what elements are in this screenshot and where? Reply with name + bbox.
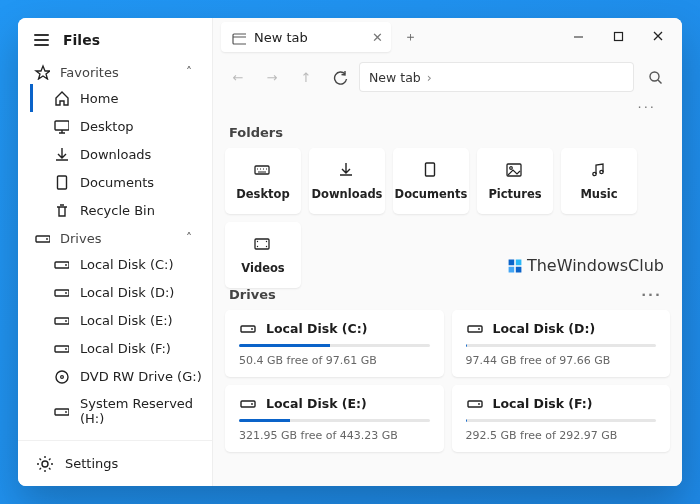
image-icon bbox=[505, 161, 525, 181]
folder-card[interactable]: Music bbox=[561, 148, 637, 214]
folder-card[interactable]: Downloads bbox=[309, 148, 385, 214]
tab-label: New tab bbox=[254, 30, 308, 45]
chevron-up-icon: ˄ bbox=[186, 231, 192, 245]
sidebar-section-favorites[interactable]: Favorites ˄ bbox=[18, 58, 212, 84]
usage-bar bbox=[239, 344, 430, 347]
sidebar-item[interactable]: System Reserved (H:) bbox=[30, 390, 212, 432]
drive-icon bbox=[239, 320, 256, 337]
drive-icon bbox=[53, 284, 69, 300]
sidebar-item[interactable]: Local Disk (F:) bbox=[30, 334, 212, 362]
app-window: Files Favorites ˄ Home Desktop Downloads… bbox=[18, 18, 682, 486]
sidebar-item[interactable]: Downloads bbox=[30, 140, 212, 168]
drives-label: Drives bbox=[60, 231, 101, 246]
video-icon bbox=[253, 235, 273, 255]
drive-icon bbox=[466, 320, 483, 337]
sidebar-item-label: Local Disk (F:) bbox=[80, 341, 171, 356]
favorites-label: Favorites bbox=[60, 65, 119, 80]
drive-icon bbox=[34, 230, 50, 246]
search-button[interactable] bbox=[638, 62, 672, 92]
sidebar-item[interactable]: Local Disk (D:) bbox=[30, 278, 212, 306]
sidebar-item-label: Documents bbox=[80, 175, 154, 190]
sidebar-item-label: Local Disk (D:) bbox=[80, 285, 174, 300]
sidebar-item[interactable]: Local Disk (C:) bbox=[30, 250, 212, 278]
drive-name: Local Disk (F:) bbox=[493, 396, 593, 411]
drive-stat: 292.5 GB free of 292.97 GB bbox=[466, 429, 657, 442]
drive-card[interactable]: Local Disk (F:) 292.5 GB free of 292.97 … bbox=[452, 385, 671, 452]
sidebar-item[interactable]: Recycle Bin bbox=[30, 196, 212, 224]
trash-icon bbox=[53, 202, 69, 218]
sidebar-item-label: Local Disk (E:) bbox=[80, 313, 173, 328]
sidebar-section-drives[interactable]: Drives ˄ bbox=[18, 224, 212, 250]
sidebar-item[interactable]: Documents bbox=[30, 168, 212, 196]
toolbar: ← → ↑ New tab › bbox=[213, 52, 682, 100]
drive-stat: 97.44 GB free of 97.66 GB bbox=[466, 354, 657, 367]
settings-label: Settings bbox=[65, 456, 118, 471]
folder-card[interactable]: Videos bbox=[225, 222, 301, 288]
app-title: Files bbox=[63, 32, 100, 48]
folder-card[interactable]: Pictures bbox=[477, 148, 553, 214]
drive-icon bbox=[53, 340, 69, 356]
main-area: New tab ✕ ＋ ← → ↑ New tab › ··· Folders … bbox=[213, 18, 682, 486]
gear-icon bbox=[36, 455, 53, 472]
sidebar-item[interactable]: DVD RW Drive (G:) bbox=[30, 362, 212, 390]
drive-icon bbox=[53, 256, 69, 272]
sidebar-item-label: DVD RW Drive (G:) bbox=[80, 369, 202, 384]
settings-button[interactable]: Settings bbox=[18, 440, 212, 486]
drive-card[interactable]: Local Disk (E:) 321.95 GB free of 443.23… bbox=[225, 385, 444, 452]
folder-card[interactable]: Documents bbox=[393, 148, 469, 214]
sidebar-item-label: Local Disk (C:) bbox=[80, 257, 173, 272]
content-area: Folders Desktop Downloads Documents Pict… bbox=[213, 119, 682, 486]
sidebar-item[interactable]: Desktop bbox=[30, 112, 212, 140]
chevron-right-icon: › bbox=[427, 70, 432, 85]
star-icon bbox=[34, 64, 50, 80]
disc-icon bbox=[53, 368, 69, 384]
sidebar-item-label: System Reserved (H:) bbox=[80, 396, 202, 426]
folders-header: Folders bbox=[225, 119, 670, 148]
drive-name: Local Disk (C:) bbox=[266, 321, 367, 336]
keyboard-icon bbox=[253, 161, 273, 181]
sidebar-item-label: Recycle Bin bbox=[80, 203, 155, 218]
menu-icon[interactable] bbox=[34, 34, 49, 45]
folder-label: Music bbox=[580, 187, 617, 201]
sidebar-item[interactable]: Local Disk (E:) bbox=[30, 306, 212, 334]
sidebar-item[interactable]: Home bbox=[30, 84, 212, 112]
breadcrumb[interactable]: New tab › bbox=[359, 62, 634, 92]
folder-label: Downloads bbox=[312, 187, 383, 201]
drives-more-icon[interactable]: ··· bbox=[641, 287, 666, 302]
new-tab-button[interactable]: ＋ bbox=[397, 24, 423, 50]
up-button[interactable]: ↑ bbox=[291, 63, 321, 91]
drive-card[interactable]: Local Disk (C:) 50.4 GB free of 97.61 GB bbox=[225, 310, 444, 377]
sidebar-item-label: Desktop bbox=[80, 119, 134, 134]
forward-button[interactable]: → bbox=[257, 63, 287, 91]
more-options-icon[interactable]: ··· bbox=[638, 100, 670, 115]
tab[interactable]: New tab ✕ bbox=[221, 22, 391, 52]
folder-label: Documents bbox=[395, 187, 468, 201]
drive-stat: 321.95 GB free of 443.23 GB bbox=[239, 429, 430, 442]
folder-label: Pictures bbox=[488, 187, 541, 201]
drive-icon bbox=[466, 395, 483, 412]
sidebar-item-label: Home bbox=[80, 91, 118, 106]
folder-label: Videos bbox=[241, 261, 284, 275]
music-icon bbox=[589, 161, 609, 181]
drive-stat: 50.4 GB free of 97.61 GB bbox=[239, 354, 430, 367]
close-tab-icon[interactable]: ✕ bbox=[372, 30, 383, 45]
drive-name: Local Disk (E:) bbox=[266, 396, 367, 411]
drive-card[interactable]: Local Disk (D:) 97.44 GB free of 97.66 G… bbox=[452, 310, 671, 377]
back-button[interactable]: ← bbox=[223, 63, 253, 91]
sidebar-item-label: Downloads bbox=[80, 147, 151, 162]
refresh-button[interactable] bbox=[325, 63, 355, 91]
usage-bar bbox=[239, 419, 430, 422]
folder-label: Desktop bbox=[236, 187, 289, 201]
svg-point-19 bbox=[650, 72, 659, 81]
download-icon bbox=[337, 161, 357, 181]
folder-card[interactable]: Desktop bbox=[225, 148, 301, 214]
sidebar: Files Favorites ˄ Home Desktop Downloads… bbox=[18, 18, 213, 486]
document-icon bbox=[421, 161, 441, 181]
tab-icon bbox=[231, 30, 246, 45]
usage-bar bbox=[466, 419, 657, 422]
usage-bar bbox=[466, 344, 657, 347]
drive-icon bbox=[239, 395, 256, 412]
chevron-up-icon: ˄ bbox=[186, 65, 192, 79]
desktop-icon bbox=[53, 118, 69, 134]
drive-icon bbox=[53, 403, 69, 419]
